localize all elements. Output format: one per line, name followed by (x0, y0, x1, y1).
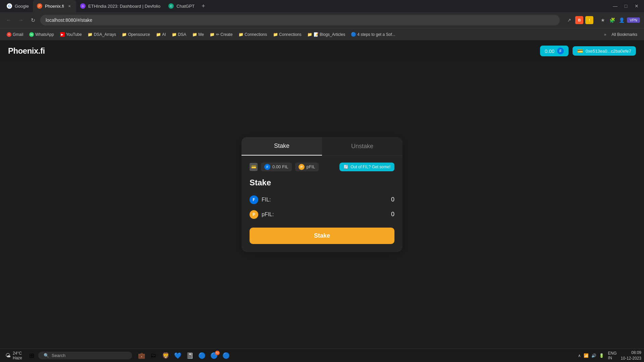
fil-balance-display: F 0.00 FIL (261, 163, 292, 171)
bookmark-opensource-label: Opensource (128, 32, 150, 37)
clock-date: 10-12-2023 (621, 356, 641, 361)
star-icon[interactable]: ★ (599, 16, 607, 24)
share-icon[interactable]: ↗ (565, 16, 573, 24)
vscode-button[interactable]: 💙 (172, 350, 183, 361)
files-button[interactable]: 🗂 (148, 350, 159, 361)
new-tab-button[interactable]: + (199, 1, 208, 11)
system-tray: ∧ 📶 🔊 🔋 (578, 353, 604, 358)
reload-button[interactable]: ↻ (28, 15, 38, 25)
bookmark-blogs[interactable]: 📁 📝 Blogs_Articles (305, 31, 348, 38)
bookmarks-more-button[interactable]: » (602, 31, 608, 38)
tab-phoenix[interactable]: P Phoenix.fi ✕ (33, 0, 76, 12)
language-region: ENG IN (608, 351, 617, 360)
chrome-button-1[interactable]: 🔵 (197, 350, 207, 361)
minimize-button[interactable]: — (610, 1, 620, 11)
forward-button[interactable]: → (16, 15, 25, 25)
bookmark-work[interactable]: 📁 Connections (236, 31, 270, 38)
fil-balance-value: 0.00 FIL (272, 164, 288, 169)
card-body: 💳 F 0.00 FIL P pFIL 🔄 Out of FIL? Get so… (241, 156, 402, 252)
browser-chrome: G Google P Phoenix.fi ✕ D ETHIndia 2023:… (0, 0, 644, 40)
stake-section-title: Stake (250, 178, 394, 187)
unstake-tab[interactable]: Unstake (322, 137, 402, 156)
google-favicon: G (7, 3, 12, 9)
profile-icon[interactable]: 👤 (618, 16, 626, 24)
address-input[interactable]: localhost:8080/#/stake (40, 15, 560, 25)
bookmark-opensource[interactable]: 📁 Opensource (119, 31, 153, 38)
bookmarks-bar: G Gmail W WhatsApp ▶ YouTube 📁 DSA_Array… (0, 28, 644, 40)
brave-taskbar-button[interactable]: 🦁 (160, 350, 171, 361)
bookmark-whatsapp[interactable]: W WhatsApp (26, 31, 56, 38)
app-content: Phoenix.fi 0.00 F 💳 0xe513ea0...c2ba0efe… (0, 40, 644, 349)
fil-token-label: FIL: (262, 197, 271, 203)
fil-coin-icon: F (264, 164, 270, 170)
tab-row: Stake Unstake (241, 137, 402, 156)
tab-phoenix-label: Phoenix.fi (45, 4, 64, 9)
fil-token-info: F FIL: (250, 195, 271, 204)
tab-phoenix-close[interactable]: ✕ (67, 3, 72, 9)
chrome-button-2[interactable]: 🔵 52 (209, 350, 219, 361)
tab-google[interactable]: G Google (3, 0, 33, 12)
notes-button[interactable]: 📓 (184, 350, 195, 361)
search-icon: 🔍 (44, 353, 49, 358)
gmail-icon: G (7, 32, 11, 37)
folder-icon: 📁 (172, 32, 177, 37)
bookmark-4steps[interactable]: 🔵 4 steps to get a Sof... (348, 31, 398, 38)
folder-icon: 📁 (122, 32, 127, 37)
tab-chatgpt[interactable]: C ChatGPT (164, 0, 199, 12)
bookmark-gmail[interactable]: G Gmail (4, 31, 26, 38)
taskbar-icons: 💼 🗂 🦁 💙 📓 🔵 🔵 52 🔵 (136, 350, 231, 361)
app-logo: Phoenix.fi (8, 46, 45, 56)
pfil-badge: P pFIL (295, 163, 319, 171)
balance-value: 0.00 (545, 48, 554, 54)
tray-battery: 🔋 (599, 353, 604, 358)
brave-shield-icon[interactable]: B (575, 16, 583, 24)
tray-volume: 🔊 (591, 353, 596, 358)
pfil-token-icon: P (250, 210, 258, 219)
get-some-button[interactable]: 🔄 Out of FIL? Get some! (339, 163, 394, 171)
all-bookmarks-button[interactable]: All Bookmarks (609, 31, 640, 38)
bookmark-dsa[interactable]: 📁 DSA (169, 31, 189, 38)
bookmark-youtube[interactable]: ▶ YouTube (57, 31, 85, 38)
bookmark-connections[interactable]: 📁 Connections (270, 31, 304, 38)
tray-chevron[interactable]: ∧ (578, 353, 581, 358)
phoenix-favicon: P (37, 3, 42, 9)
wallet-badge[interactable]: 💳 0xe513ea0...c2ba0efe7 (573, 46, 636, 56)
taskview-button[interactable]: 💼 (136, 350, 147, 361)
bookmark-me-label: Me (198, 32, 204, 37)
bookmark-ai[interactable]: 📁 AI (153, 31, 168, 38)
bookmark-create-label: ✏ Create (216, 32, 232, 37)
bookmark-4steps-label: 4 steps to get a Sof... (357, 32, 395, 37)
bookmark-work-label: Connections (245, 32, 267, 37)
stake-submit-button[interactable]: Stake (250, 228, 394, 244)
taskbar-search[interactable]: 🔍 Search (38, 352, 132, 359)
bookmark-dsa-arrays[interactable]: 📁 DSA_Arrays (85, 31, 119, 38)
wallet-address: 0xe513ea0...c2ba0efe7 (586, 49, 631, 54)
fil-token-icon: F (250, 195, 258, 204)
maximize-button[interactable]: □ (621, 1, 631, 11)
bookmark-create[interactable]: 📁 ✏ Create (207, 31, 235, 38)
vpn-badge[interactable]: VPN (627, 17, 640, 23)
close-button[interactable]: ✕ (632, 1, 641, 11)
tab-ethindia[interactable]: D ETHIndia 2023: Dashboard | Devfolio (76, 0, 164, 12)
weather-condition: Haze (13, 356, 22, 360)
bookmark-youtube-label: YouTube (66, 32, 82, 37)
another-chrome-button[interactable]: 🔵 (221, 350, 231, 361)
bookmark-dsa-arrays-label: DSA_Arrays (94, 32, 116, 37)
header-right: 0.00 F 💳 0xe513ea0...c2ba0efe7 (540, 46, 636, 56)
back-button[interactable]: ← (4, 15, 13, 25)
bookmark-blogs-label: 📝 Blogs_Articles (314, 32, 345, 37)
browser-icons-right: ★ 🧩 👤 VPN (599, 16, 640, 24)
extensions-icon[interactable]: 🧩 (608, 16, 616, 24)
title-bar: G Google P Phoenix.fi ✕ D ETHIndia 2023:… (0, 0, 644, 12)
stake-tab[interactable]: Stake (241, 137, 322, 156)
start-button[interactable]: ⊞ (26, 350, 37, 361)
balance-badge[interactable]: 0.00 F (540, 46, 569, 56)
stake-card: Stake Unstake 💳 F 0.00 FIL P pFIL 🔄 Out … (241, 137, 402, 252)
brave-alert-icon[interactable]: ! (585, 16, 593, 24)
language-label: ENG (608, 351, 617, 356)
tab-chatgpt-label: ChatGPT (176, 4, 195, 9)
taskbar-right: ∧ 📶 🔊 🔋 ENG IN 08:09 10-12-2023 (578, 350, 641, 361)
bookmark-me[interactable]: 📁 Me (190, 31, 207, 38)
region-label: IN (608, 356, 617, 360)
tray-wifi: 📶 (584, 353, 589, 358)
